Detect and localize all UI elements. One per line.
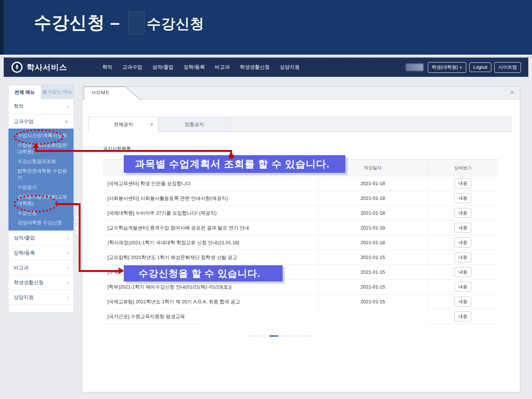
sidebar-tabs: 전체 메뉴 즐겨찾는 메뉴	[8, 85, 74, 99]
notice-tabs-filler	[231, 117, 512, 132]
chevron-right-icon: ›	[67, 104, 68, 109]
chevron-right-icon: ›	[67, 265, 68, 270]
notice-table: 작성일자 상세보기 [국제교육센터] 학생 인턴을 모집합니다2021-01-1…	[103, 159, 498, 324]
notice-date: 2021-01-15	[318, 294, 427, 309]
notice-action-cell: 내용	[427, 206, 498, 220]
detail-button[interactable]: 내용	[454, 178, 471, 188]
banner-divider	[0, 55, 532, 58]
notice-title[interactable]: (학사과정)2021-1학기 국내대학 학점교류 신청 안내(21.01.18)	[103, 235, 318, 250]
chevron-down-icon: ∨	[65, 119, 68, 124]
page-dash-4[interactable]	[291, 335, 300, 337]
annotation-line	[55, 203, 81, 205]
notice-title[interactable]: [사회봉사센터] 사회봉사활동등록 관련 안내사항(재공지)	[103, 191, 318, 205]
window-tabstrip: HOME ✕	[82, 86, 520, 99]
detail-button[interactable]: 내용	[454, 282, 471, 292]
page-dash-0[interactable]	[247, 335, 256, 337]
bullet-icon: ·	[14, 142, 15, 155]
global-menu: 학적교과수업성적/졸업장학/등록비교과학생생활신청상담지원	[102, 64, 300, 71]
annotation-line	[79, 270, 119, 272]
notice-date: 2021-01-18	[318, 221, 427, 235]
table-row: [교수학습개발센터] 원격수업 참여사례 공모전 결과 발표 연기 안내2021…	[103, 221, 498, 235]
table-row: [국제대학원] 누비아주 27기를 모집합니다! (재공지)2021-01-18…	[103, 206, 498, 221]
submenu-item-3[interactable]: ·법학전문대학원 수업평가	[14, 168, 69, 181]
annotation-dot	[229, 154, 234, 159]
sidebar-footer	[8, 304, 74, 313]
sidebar-item-hakjeok[interactable]: 학적 ›	[8, 99, 74, 114]
detail-button[interactable]: 내용	[454, 238, 471, 248]
sidebar-item-label: 상담지원	[14, 294, 34, 301]
notice-action-cell: 내용	[427, 221, 498, 235]
submenu-item-label: 법학전문대학원 수업평가	[17, 168, 69, 181]
page-dash-2[interactable]	[269, 335, 278, 337]
notice-action-cell: 내용	[427, 191, 498, 205]
sidebar-item-gyogwasueop[interactable]: 교과수업 ∨	[8, 114, 74, 129]
logout-button[interactable]: Logout	[469, 62, 491, 72]
tab-all-notices[interactable]: 전체공지 ∨	[88, 117, 158, 132]
notice-title[interactable]: [국제대학원] 누비아주 27기를 모집합니다! (재공지)	[103, 206, 318, 220]
annotation-line	[35, 150, 232, 152]
submenu-item-7[interactable]: ·경영대학원 수강신청	[14, 219, 69, 226]
notice-date: 2021-01-18	[318, 176, 427, 191]
notice-title[interactable]: [국제교육센터] 학생 인턴을 모집합니다	[103, 176, 318, 191]
banner-placeholder-box	[128, 11, 144, 34]
pagination	[247, 335, 311, 337]
sidebar-item-1[interactable]: 장학/등록›	[8, 245, 74, 260]
app-title[interactable]: 학사서비스	[27, 62, 67, 72]
notice-date: 2021-01-18	[318, 235, 427, 250]
global-menu-item-4[interactable]: 비교과	[215, 64, 230, 71]
detail-button[interactable]: 내용	[454, 297, 471, 307]
detail-button[interactable]: 내용	[454, 252, 471, 262]
detail-button[interactable]: 내용	[454, 311, 471, 321]
notice-title[interactable]: [교수학습개발센터] 원격수업 참여사례 공모전 결과 발표 연기 안내	[103, 221, 318, 235]
top-navbar: 학사서비스 학적교과수업성적/졸업장학/등록비교과학생생활신청상담지원 학생(대…	[4, 58, 528, 77]
content-panel: HOME ✕ 전체공지 ∨ 맞춤공지 공지사항목록 작성일자 상세보기 [국제교…	[82, 86, 520, 392]
table-row: [사회봉사센터] 사회봉사활동등록 관련 안내사항(재공지)2021-01-18…	[103, 191, 498, 206]
banner-titles: 수강신청 – 수강신청	[34, 11, 204, 34]
notice-date: 2021-01-18	[318, 191, 427, 205]
global-menu-item-1[interactable]: 교과수업	[122, 64, 142, 71]
detail-button[interactable]: 내용	[454, 193, 471, 203]
chevron-down-icon: ∨	[150, 122, 153, 127]
notice-action-cell: 내용	[427, 235, 498, 250]
sitemap-button[interactable]: 사이트맵	[494, 62, 521, 73]
university-logo-icon	[11, 61, 23, 73]
global-menu-item-0[interactable]: 학적	[102, 64, 112, 71]
page-dash-3[interactable]	[280, 335, 289, 337]
notice-date: 2021-01-18	[318, 206, 427, 220]
sidebar-item-2[interactable]: 비교과›	[8, 260, 74, 275]
notice-title[interactable]: [국제교류팀] 2021학년도 1학기 제 25기 A.G.A. 최종 합격 공…	[103, 294, 318, 309]
column-header-detail: 상세보기	[427, 160, 498, 176]
page-subtitle: 수강신청	[147, 14, 204, 33]
detail-button[interactable]: 내용	[454, 267, 471, 277]
sidebar-item-3[interactable]: 학생생활신청›	[8, 275, 74, 290]
global-menu-item-6[interactable]: 상담지원	[280, 64, 300, 71]
bullet-icon: ·	[14, 184, 15, 191]
sidebar-item-label: 성적/졸업	[14, 235, 35, 241]
sidebar-item-4[interactable]: 상담지원›	[8, 290, 74, 304]
tab-home[interactable]: HOME	[92, 90, 110, 95]
page-dash-1[interactable]	[258, 335, 267, 337]
global-menu-item-3[interactable]: 장학/등록	[184, 64, 205, 71]
tab-custom-notices[interactable]: 맞춤공지	[158, 117, 231, 132]
notice-action-cell: 내용	[427, 176, 498, 191]
notice-title[interactable]: [학부]2021-1학기 예비수강신청 안내(01/21(목)~01/23(토)…	[103, 280, 318, 294]
detail-button[interactable]: 내용	[454, 223, 471, 233]
bullet-icon: ·	[14, 210, 15, 216]
bullet-icon: ·	[14, 158, 15, 165]
submenu-item-2[interactable]: ·수강신청결과조회	[14, 158, 69, 165]
highlight-ellipse-timetable	[14, 129, 64, 145]
role-dropdown[interactable]: 학생(대학원)∨	[428, 62, 466, 73]
sidebar-item-label: 장학/등록	[14, 250, 35, 256]
close-icon[interactable]: ✕	[510, 89, 515, 96]
submenu-item-4[interactable]: ·수업평가	[14, 184, 69, 191]
notice-title[interactable]: [교외장학] 2021학년도 1학기 해성문화재단 장학생 선발 공고	[103, 250, 318, 265]
sidebar-tab-favorites[interactable]: 즐겨찾는 메뉴	[41, 85, 74, 99]
page-dash-5[interactable]	[303, 335, 311, 337]
sidebar-item-0[interactable]: 성적/졸업›	[8, 231, 74, 245]
notice-action-cell: 내용	[427, 265, 498, 279]
global-menu-item-5[interactable]: 학생생활신청	[240, 64, 270, 71]
global-menu-item-2[interactable]: 성적/졸업	[152, 64, 174, 71]
sidebar-tab-all-menu[interactable]: 전체 메뉴	[8, 85, 41, 99]
detail-button[interactable]: 내용	[454, 208, 471, 218]
notice-action-cell: 내용	[427, 294, 498, 309]
